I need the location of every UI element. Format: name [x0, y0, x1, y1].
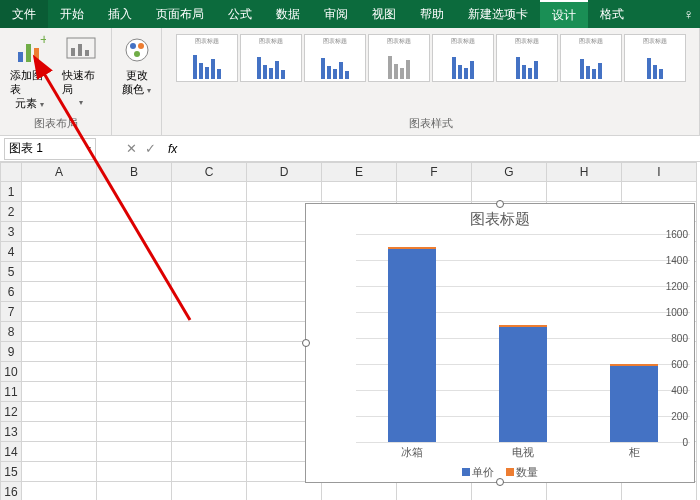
cell[interactable]: [22, 242, 97, 262]
cell[interactable]: [472, 482, 547, 500]
embedded-chart[interactable]: 图表标题 02004006008001000120014001600冰箱电视柜 …: [305, 203, 695, 483]
col-head-F[interactable]: F: [397, 162, 472, 182]
row-head-8[interactable]: 8: [0, 322, 22, 342]
chart-style-4[interactable]: 图表标题: [368, 34, 430, 82]
fx-icon[interactable]: fx: [168, 142, 177, 156]
cell[interactable]: [172, 402, 247, 422]
cell[interactable]: [22, 442, 97, 462]
tab-data[interactable]: 数据: [264, 0, 312, 28]
cell[interactable]: [172, 262, 247, 282]
cell[interactable]: [622, 482, 697, 500]
col-head-G[interactable]: G: [472, 162, 547, 182]
bar-冰箱[interactable]: [388, 247, 436, 442]
chart-handle-n[interactable]: [496, 200, 504, 208]
cell[interactable]: [22, 382, 97, 402]
cell[interactable]: [547, 182, 622, 202]
select-all-corner[interactable]: [0, 162, 22, 182]
cell[interactable]: [22, 222, 97, 242]
row-head-5[interactable]: 5: [0, 262, 22, 282]
cell[interactable]: [97, 422, 172, 442]
cell[interactable]: [22, 322, 97, 342]
cell[interactable]: [97, 402, 172, 422]
tab-help[interactable]: 帮助: [408, 0, 456, 28]
cell[interactable]: [547, 482, 622, 500]
tab-design[interactable]: 设计: [540, 0, 588, 28]
cell[interactable]: [172, 282, 247, 302]
row-head-1[interactable]: 1: [0, 182, 22, 202]
tab-view[interactable]: 视图: [360, 0, 408, 28]
chart-title[interactable]: 图表标题: [306, 204, 694, 235]
cell[interactable]: [22, 282, 97, 302]
cell[interactable]: [97, 182, 172, 202]
bar-电视[interactable]: [499, 325, 547, 442]
cell[interactable]: [172, 222, 247, 242]
cell[interactable]: [172, 362, 247, 382]
cell[interactable]: [22, 362, 97, 382]
row-head-13[interactable]: 13: [0, 422, 22, 442]
col-head-C[interactable]: C: [172, 162, 247, 182]
cell[interactable]: [322, 482, 397, 500]
tab-home[interactable]: 开始: [48, 0, 96, 28]
cell[interactable]: [97, 242, 172, 262]
row-head-6[interactable]: 6: [0, 282, 22, 302]
cell[interactable]: [97, 362, 172, 382]
cell[interactable]: [397, 182, 472, 202]
tab-formulas[interactable]: 公式: [216, 0, 264, 28]
cell[interactable]: [172, 482, 247, 500]
tab-insert[interactable]: 插入: [96, 0, 144, 28]
row-head-3[interactable]: 3: [0, 222, 22, 242]
col-head-H[interactable]: H: [547, 162, 622, 182]
row-head-15[interactable]: 15: [0, 462, 22, 482]
cell[interactable]: [97, 222, 172, 242]
cell[interactable]: [397, 482, 472, 500]
cell[interactable]: [172, 182, 247, 202]
cell[interactable]: [247, 482, 322, 500]
tell-me-icon[interactable]: ♀: [684, 6, 701, 22]
cell[interactable]: [172, 322, 247, 342]
change-colors-button[interactable]: 更改 颜色 ▾: [117, 32, 157, 100]
col-head-I[interactable]: I: [622, 162, 697, 182]
cell[interactable]: [22, 302, 97, 322]
col-head-B[interactable]: B: [97, 162, 172, 182]
cell[interactable]: [97, 442, 172, 462]
cell[interactable]: [22, 202, 97, 222]
cell[interactable]: [472, 182, 547, 202]
cell[interactable]: [172, 242, 247, 262]
tab-newtab[interactable]: 新建选项卡: [456, 0, 540, 28]
chart-style-6[interactable]: 图表标题: [496, 34, 558, 82]
cell[interactable]: [247, 182, 322, 202]
row-head-4[interactable]: 4: [0, 242, 22, 262]
col-head-E[interactable]: E: [322, 162, 397, 182]
tab-review[interactable]: 审阅: [312, 0, 360, 28]
cell[interactable]: [97, 282, 172, 302]
chart-style-1[interactable]: 图表标题: [176, 34, 238, 82]
cell[interactable]: [22, 262, 97, 282]
row-head-12[interactable]: 12: [0, 402, 22, 422]
cell[interactable]: [22, 182, 97, 202]
cell[interactable]: [172, 342, 247, 362]
cell[interactable]: [172, 202, 247, 222]
tab-format[interactable]: 格式: [588, 0, 636, 28]
tab-pagelayout[interactable]: 页面布局: [144, 0, 216, 28]
chart-handle-w[interactable]: [302, 339, 310, 347]
name-box[interactable]: 图表 1▾: [4, 138, 96, 160]
col-head-A[interactable]: A: [22, 162, 97, 182]
cell[interactable]: [172, 382, 247, 402]
chart-style-8[interactable]: 图表标题: [624, 34, 686, 82]
tab-file[interactable]: 文件: [0, 0, 48, 28]
chart-style-2[interactable]: 图表标题: [240, 34, 302, 82]
cell[interactable]: [97, 262, 172, 282]
cancel-edit-icon[interactable]: ✕: [126, 141, 137, 156]
chart-style-3[interactable]: 图表标题: [304, 34, 366, 82]
cell[interactable]: [22, 402, 97, 422]
row-head-14[interactable]: 14: [0, 442, 22, 462]
row-head-7[interactable]: 7: [0, 302, 22, 322]
cell[interactable]: [22, 462, 97, 482]
confirm-edit-icon[interactable]: ✓: [145, 141, 156, 156]
cell[interactable]: [172, 302, 247, 322]
cell[interactable]: [22, 422, 97, 442]
row-head-9[interactable]: 9: [0, 342, 22, 362]
col-head-D[interactable]: D: [247, 162, 322, 182]
add-chart-element-button[interactable]: + 添加图表 元素 ▾: [6, 32, 54, 114]
cell[interactable]: [97, 302, 172, 322]
